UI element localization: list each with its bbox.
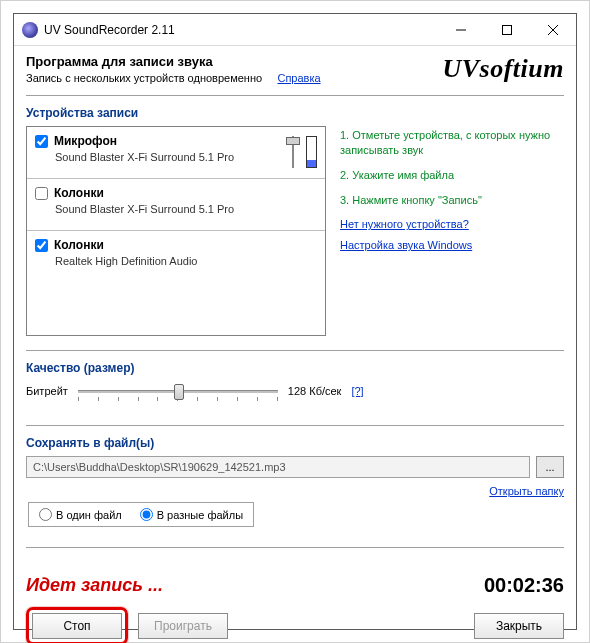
help-link[interactable]: Справка [277, 72, 320, 84]
open-folder-link[interactable]: Открыть папку [489, 485, 564, 497]
device-item: Микрофон Sound Blaster X-Fi Surround 5.1… [27, 127, 325, 179]
device-item: Колонки Realtek High Definition Audio [27, 231, 325, 282]
divider [26, 95, 564, 96]
close-window-button[interactable] [530, 14, 576, 46]
browse-button[interactable]: ... [536, 456, 564, 478]
device-checkbox[interactable] [35, 135, 48, 148]
device-volume-slider[interactable] [286, 136, 300, 168]
header: Программа для записи звука Запись с неск… [26, 54, 564, 85]
device-name: Микрофон [54, 134, 117, 148]
brand-logo: UVsoftium [442, 54, 564, 84]
stop-button[interactable]: Стоп [32, 613, 122, 639]
bitrate-label: Битрейт [26, 385, 68, 397]
device-name: Колонки [54, 238, 104, 252]
no-device-link[interactable]: Нет нужного устройства? [340, 218, 469, 230]
maximize-button[interactable] [484, 14, 530, 46]
app-icon [22, 22, 38, 38]
device-item: Колонки Sound Blaster X-Fi Surround 5.1 … [27, 179, 325, 231]
divider [26, 547, 564, 548]
svg-rect-1 [503, 25, 512, 34]
windows-sound-link[interactable]: Настройка звука Windows [340, 239, 472, 251]
save-path-input[interactable] [26, 456, 530, 478]
device-desc: Realtek High Definition Audio [55, 255, 317, 267]
instruction-step: 3. Нажмите кнопку "Запись" [340, 193, 564, 208]
app-window: UV SoundRecorder 2.11 Программа для запи… [13, 13, 577, 630]
divider [26, 350, 564, 351]
device-checkbox[interactable] [35, 239, 48, 252]
app-subtitle: Запись с нескольких устройств одновремен… [26, 72, 262, 84]
devices-section-title: Устройства записи [26, 106, 564, 120]
window-title: UV SoundRecorder 2.11 [44, 23, 175, 37]
instructions-panel: 1. Отметьте устройства, с которых нужно … [340, 126, 564, 336]
recording-timer: 00:02:36 [484, 574, 564, 597]
save-section-title: Сохранять в файл(ы) [26, 436, 564, 450]
bitrate-slider[interactable] [78, 381, 278, 401]
recording-status: Идет запись ... [26, 575, 163, 596]
highlight-annotation: Стоп [26, 607, 128, 643]
play-button: Проиграть [138, 613, 228, 639]
titlebar: UV SoundRecorder 2.11 [14, 14, 576, 46]
radio-many-files[interactable]: В разные файлы [140, 508, 243, 521]
bitrate-help-link[interactable]: [?] [351, 385, 363, 397]
device-desc: Sound Blaster X-Fi Surround 5.1 Pro [55, 203, 317, 215]
quality-section-title: Качество (размер) [26, 361, 564, 375]
bitrate-value: 128 Кб/сек [288, 385, 342, 397]
file-mode-group: В один файл В разные файлы [28, 502, 254, 527]
instruction-step: 2. Укажите имя файла [340, 168, 564, 183]
device-list[interactable]: Микрофон Sound Blaster X-Fi Surround 5.1… [26, 126, 326, 336]
device-desc: Sound Blaster X-Fi Surround 5.1 Pro [55, 151, 286, 163]
device-name: Колонки [54, 186, 104, 200]
app-title: Программа для записи звука [26, 54, 442, 69]
device-level-meter [306, 136, 317, 168]
divider [26, 425, 564, 426]
close-button[interactable]: Закрыть [474, 613, 564, 639]
instruction-step: 1. Отметьте устройства, с которых нужно … [340, 128, 564, 158]
radio-one-file[interactable]: В один файл [39, 508, 122, 521]
device-checkbox[interactable] [35, 187, 48, 200]
minimize-button[interactable] [438, 14, 484, 46]
